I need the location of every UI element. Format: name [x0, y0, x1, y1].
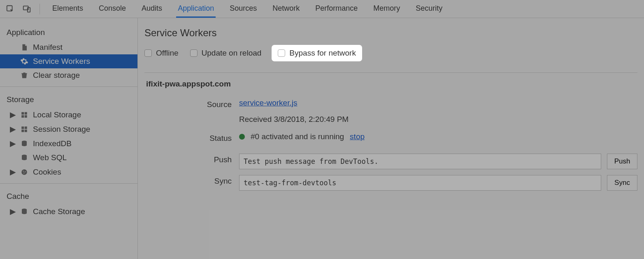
tab-audits[interactable]: Audits	[140, 0, 164, 18]
svg-rect-3	[21, 112, 24, 114]
offline-option[interactable]: Offline	[144, 49, 179, 58]
row-status: Status #0 activated and is running stop	[144, 132, 637, 143]
status-dot-icon	[239, 134, 245, 140]
empty-label	[144, 115, 239, 117]
row-sync: Sync Sync	[144, 175, 637, 191]
svg-point-14	[23, 170, 24, 171]
gear-icon	[20, 57, 29, 65]
divider	[40, 4, 40, 14]
sidebar-item-label: Manifest	[33, 43, 63, 52]
tab-security[interactable]: Security	[414, 0, 444, 18]
tab-memory[interactable]: Memory	[372, 0, 402, 18]
service-worker-options: Offline Update on reload Bypass for netw…	[144, 46, 637, 60]
push-label: Push	[144, 154, 239, 164]
svg-point-15	[25, 171, 26, 172]
svg-rect-5	[21, 115, 24, 117]
svg-rect-4	[25, 112, 27, 114]
update-on-reload-checkbox[interactable]	[190, 49, 198, 57]
sidebar-heading-storage: Storage	[0, 91, 137, 107]
file-icon	[20, 43, 29, 51]
grid-icon	[20, 111, 29, 119]
sidebar-item-web-sql[interactable]: Web SQL	[0, 151, 137, 165]
sidebar-item-clear-storage[interactable]: Clear storage	[0, 68, 137, 82]
option-label: Update on reload	[202, 49, 262, 58]
sidebar-item-label: IndexedDB	[33, 139, 72, 148]
bypass-for-network-option[interactable]: Bypass for network	[273, 46, 361, 60]
database-icon	[20, 208, 29, 216]
caret-icon: ▶	[10, 167, 16, 177]
status-text: #0 activated and is running	[251, 132, 344, 141]
database-icon	[20, 154, 29, 162]
tab-sources[interactable]: Sources	[228, 0, 258, 18]
sidebar-item-label: Service Workers	[33, 57, 90, 66]
sidebar-item-service-workers[interactable]: Service Workers	[0, 54, 137, 68]
option-label: Offline	[156, 49, 179, 58]
sidebar-item-indexeddb[interactable]: ▶ IndexedDB	[0, 136, 137, 151]
stop-link[interactable]: stop	[350, 132, 365, 141]
offline-checkbox[interactable]	[144, 49, 152, 57]
sync-button[interactable]: Sync	[607, 175, 637, 191]
sync-label: Sync	[144, 175, 239, 186]
trash-icon	[20, 71, 29, 79]
sidebar-item-label: Cache Storage	[33, 207, 85, 216]
tab-performance[interactable]: Performance	[314, 0, 359, 18]
caret-icon: ▶	[10, 110, 16, 119]
source-label: Source	[144, 98, 239, 109]
sidebar-separator	[0, 183, 137, 184]
page-title: Service Workers	[144, 27, 637, 39]
sidebar-item-label: Web SQL	[33, 153, 67, 162]
svg-rect-10	[25, 129, 27, 132]
push-input[interactable]	[239, 154, 601, 169]
svg-rect-9	[21, 129, 24, 132]
sidebar-item-local-storage[interactable]: ▶ Local Storage	[0, 107, 137, 122]
sidebar-item-label: Session Storage	[33, 125, 90, 134]
option-label: Bypass for network	[289, 49, 356, 58]
svg-rect-8	[25, 126, 27, 129]
update-on-reload-option[interactable]: Update on reload	[190, 49, 262, 58]
row-source: Source service-worker.js	[144, 98, 637, 109]
row-push: Push Push	[144, 154, 637, 169]
status-label: Status	[144, 132, 239, 143]
tabs: Elements Console Audits Application Sour…	[51, 0, 444, 18]
tab-application[interactable]: Application	[176, 0, 216, 18]
main-pane: Service Workers Offline Update on reload…	[138, 18, 644, 259]
devtools-tabs-bar: Elements Console Audits Application Sour…	[0, 0, 644, 18]
received-text: Received 3/8/2018, 2:20:49 PM	[239, 115, 637, 124]
sidebar-item-cookies[interactable]: ▶ Cookies	[0, 165, 137, 179]
tab-elements[interactable]: Elements	[51, 0, 85, 18]
database-icon	[20, 140, 29, 148]
sidebar-item-session-storage[interactable]: ▶ Session Storage	[0, 122, 137, 136]
svg-point-13	[21, 169, 27, 175]
cookie-icon	[20, 168, 29, 176]
sidebar: Application Manifest Service Workers Cle…	[0, 18, 138, 259]
push-button[interactable]: Push	[607, 154, 637, 169]
sidebar-item-label: Clear storage	[33, 71, 80, 80]
sidebar-item-label: Cookies	[33, 168, 61, 177]
sidebar-item-cache-storage[interactable]: ▶ Cache Storage	[0, 204, 137, 219]
svg-point-16	[23, 173, 24, 173]
row-received: Received 3/8/2018, 2:20:49 PM	[144, 115, 637, 124]
bypass-for-network-checkbox[interactable]	[278, 49, 285, 57]
source-link[interactable]: service-worker.js	[239, 98, 297, 107]
sidebar-heading-cache: Cache	[0, 188, 137, 204]
divider	[144, 72, 637, 73]
caret-icon: ▶	[10, 124, 16, 134]
svg-rect-7	[21, 126, 24, 129]
grid-icon	[20, 126, 29, 133]
tab-network[interactable]: Network	[271, 0, 301, 18]
sidebar-item-manifest[interactable]: Manifest	[0, 40, 137, 54]
tab-console[interactable]: Console	[97, 0, 128, 18]
sidebar-separator	[0, 86, 137, 87]
caret-icon: ▶	[10, 139, 16, 148]
sidebar-heading-application: Application	[0, 24, 137, 40]
caret-icon: ▶	[10, 207, 16, 216]
service-worker-origin: ifixit-pwa.appspot.com	[146, 79, 637, 89]
inspect-icon[interactable]	[4, 3, 16, 15]
sidebar-item-label: Local Storage	[33, 110, 81, 119]
sync-input[interactable]	[239, 175, 601, 191]
device-toolbar-icon[interactable]	[21, 3, 33, 15]
svg-rect-6	[25, 115, 27, 117]
